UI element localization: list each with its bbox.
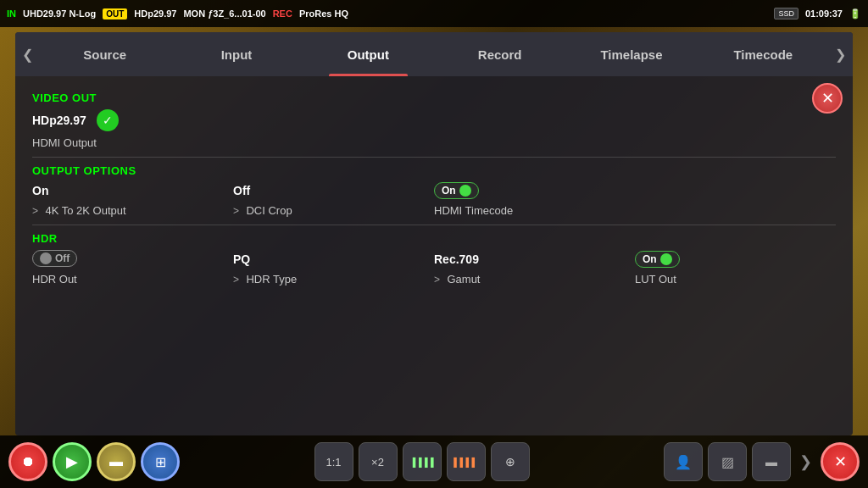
btn-waveform[interactable]: ▌▌▌▌ bbox=[447, 442, 486, 481]
output-options-header: OUTPUT OPTIONS bbox=[32, 164, 836, 177]
gamut-arrow: > bbox=[434, 274, 440, 286]
divider-1 bbox=[32, 157, 836, 158]
battery-icon: 🔋 bbox=[849, 8, 861, 19]
hdr-header: HDR bbox=[32, 232, 836, 245]
status-bar: IN UHD29.97 N-Log OUT HDp29.97 MON ƒ3Z_6… bbox=[0, 0, 868, 27]
btn-1to1[interactable]: 1:1 bbox=[314, 442, 353, 481]
4k-arrow: > bbox=[32, 205, 38, 217]
toolbar-right: 👤 ▨ ▬ ❯ ✕ bbox=[664, 442, 860, 481]
hdmi-timecode-label: HDMI Timecode bbox=[434, 204, 513, 217]
hdr-out-label: HDR Out bbox=[32, 273, 77, 286]
content-area: ✕ VIDEO OUT HDp29.97 ✓ HDMI Output OUTPU… bbox=[15, 76, 853, 435]
main-panel: ❮ Source Input Output Record Timelapse T… bbox=[15, 32, 853, 435]
toolbar: ⏺ ▶ ▬ ⊞ 1:1 ×2 ▐▐▐▐ ▌▌▌▌ ⊕ 👤 bbox=[0, 435, 868, 488]
toolbar-right-arrow[interactable]: ❯ bbox=[796, 449, 815, 474]
btn-2x[interactable]: ×2 bbox=[359, 442, 398, 481]
codec-label: ProRes HQ bbox=[299, 8, 348, 19]
tab-bar: ❮ Source Input Output Record Timelapse T… bbox=[15, 32, 853, 76]
pq-type-arrow: > bbox=[233, 274, 239, 286]
video-format: HDp29.97 bbox=[32, 114, 86, 127]
btn-person[interactable]: 👤 bbox=[664, 442, 703, 481]
toolbar-center: 1:1 ×2 ▐▐▐▐ ▌▌▌▌ ⊕ bbox=[314, 442, 530, 481]
hdr-row2: HDR Out > HDR Type > Gamut LUT Out bbox=[32, 271, 836, 286]
btn-overlay[interactable]: ▨ bbox=[708, 442, 747, 481]
4k-output-label[interactable]: 4K To 2K Output bbox=[45, 204, 125, 217]
close-button[interactable]: ✕ bbox=[812, 83, 843, 114]
output-options-row1: On Off On bbox=[32, 182, 836, 199]
btn-vectorscope[interactable]: ⊕ bbox=[491, 442, 530, 481]
toolbar-close-button[interactable]: ✕ bbox=[821, 442, 860, 481]
ssd-icon: SSD bbox=[774, 8, 798, 19]
rec709-label: Rec.709 bbox=[434, 252, 479, 266]
pq-label: PQ bbox=[233, 252, 250, 266]
dci-arrow: > bbox=[233, 205, 239, 217]
record-button[interactable]: ⏺ bbox=[8, 442, 47, 481]
tab-source[interactable]: Source bbox=[39, 32, 170, 76]
divider-2 bbox=[32, 225, 836, 225]
hdr-row1: Off PQ Rec.709 On bbox=[32, 250, 836, 268]
gamut-label[interactable]: Gamut bbox=[447, 273, 480, 286]
tab-left-arrow[interactable]: ❮ bbox=[15, 32, 39, 76]
play-button[interactable]: ▶ bbox=[53, 442, 92, 481]
tab-right-arrow[interactable]: ❯ bbox=[829, 32, 853, 76]
out-format: HDp29.97 bbox=[134, 8, 176, 19]
in-format: UHD29.97 N-Log bbox=[23, 8, 96, 19]
dci-crop-label[interactable]: DCI Crop bbox=[246, 204, 292, 217]
tab-output[interactable]: Output bbox=[303, 32, 434, 76]
hdmi-timecode-toggle[interactable]: On bbox=[434, 182, 479, 199]
hdr-type-label[interactable]: HDR Type bbox=[246, 273, 297, 286]
screen-button[interactable]: ▬ bbox=[97, 442, 136, 481]
hdmi-label-row: HDMI Output bbox=[32, 135, 836, 150]
hdr-toggle-dot bbox=[40, 252, 52, 264]
in-label: IN bbox=[7, 8, 16, 19]
lut-toggle[interactable]: On bbox=[635, 251, 680, 268]
rec-badge: REC bbox=[273, 8, 292, 19]
option-off-label: Off bbox=[233, 184, 250, 197]
toolbar-left: ⏺ ▶ ▬ ⊞ bbox=[8, 442, 180, 481]
option-on-label: On bbox=[32, 184, 48, 197]
tab-timecode[interactable]: Timecode bbox=[698, 32, 829, 76]
screen-icon: ▬ bbox=[109, 454, 123, 469]
clip-info: MON ƒ3Z_6...01-00 bbox=[183, 8, 265, 19]
time-display: 01:09:37 bbox=[805, 8, 843, 19]
btn-histogram[interactable]: ▐▐▐▐ bbox=[403, 442, 442, 481]
video-out-row: HDp29.97 ✓ bbox=[32, 109, 836, 131]
hdr-toggle[interactable]: Off bbox=[32, 250, 77, 267]
lut-out-label: LUT Out bbox=[635, 273, 676, 286]
tab-timelapse[interactable]: Timelapse bbox=[565, 32, 697, 76]
lut-toggle-dot bbox=[660, 253, 672, 265]
tab-record[interactable]: Record bbox=[434, 32, 565, 76]
video-check-icon: ✓ bbox=[97, 109, 119, 131]
out-badge: OUT bbox=[103, 8, 127, 19]
layers-button[interactable]: ⊞ bbox=[141, 442, 180, 481]
video-out-header: VIDEO OUT bbox=[32, 92, 836, 104]
hdmi-output-label: HDMI Output bbox=[32, 136, 97, 149]
play-icon: ▶ bbox=[66, 452, 78, 471]
layers-icon: ⊞ bbox=[155, 454, 166, 470]
output-options-row2: > 4K To 2K Output > DCI Crop HDMI Timeco… bbox=[32, 202, 836, 218]
record-icon: ⏺ bbox=[21, 454, 35, 469]
tab-input[interactable]: Input bbox=[170, 32, 302, 76]
toggle-dot bbox=[459, 185, 471, 197]
btn-display[interactable]: ▬ bbox=[752, 442, 791, 481]
